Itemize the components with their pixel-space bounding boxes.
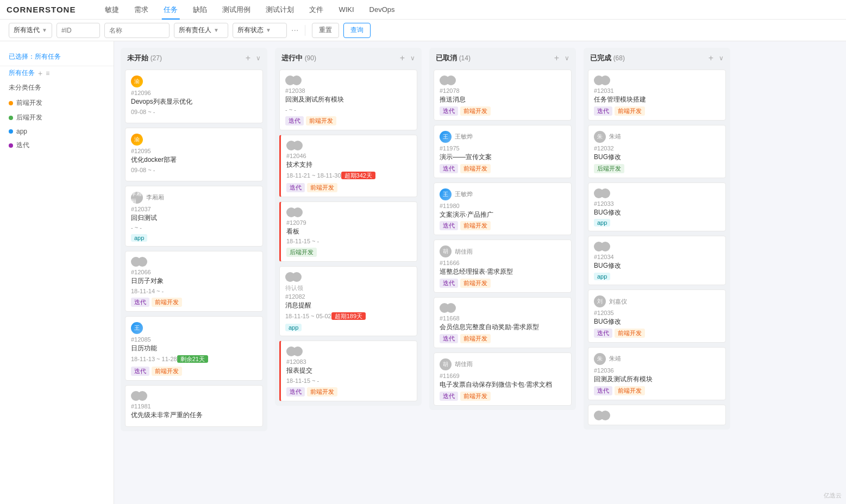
avatar: 王 [131,322,143,334]
card-placeholder[interactable] [588,405,726,425]
add-task-icon[interactable]: + [38,69,42,78]
card-#12037[interactable]: 李厢厢李厢厢 #12037 回归测试 - ~ - app [125,186,263,247]
more-icon[interactable]: ··· [291,26,298,35]
card-#12095[interactable]: 渝 #12095 优化docker部署 09-08 ~ - [125,128,263,181]
nav-item-WIKI[interactable]: WIKI [331,0,361,20]
card-#12096[interactable]: 渝 #12096 Devops列表显示优化 09-08 ~ - [125,70,263,123]
avatar-2 [600,75,610,85]
category-dot [9,143,13,148]
card-id: #11668 [440,315,566,322]
avatar-group [131,257,147,267]
column-add-btn-1[interactable]: + [398,53,407,63]
card-#11666[interactable]: 胡胡佳雨 #11666 巡整总经理报表·需求原型 迭代前端开发 [434,240,572,293]
card-#12034[interactable]: #12034 BUG修改 app [588,236,726,285]
reset-button[interactable]: 重置 [312,23,339,38]
card-#12035[interactable]: 刘刘嘉仪 #12035 BUG修改 迭代前端开发 [588,289,726,343]
card-tags: app [594,273,720,280]
card-#12085[interactable]: 王 #12085 日历功能 18-11-13 ~ 11-28剩余21天 迭代前端… [125,316,263,381]
card-tags: 迭代前端开发 [440,279,566,288]
card-#12066[interactable]: #12066 日历子对象 18-11-14 ~ - 迭代前端开发 [125,251,263,312]
column-collapse-btn-1[interactable]: ∨ [410,54,415,62]
iteration-select[interactable]: 所有迭代 ▼ [9,23,52,38]
card-id: #12095 [131,148,257,154]
list-icon[interactable]: ≡ [46,70,49,77]
column-collapse-btn-0[interactable]: ∨ [256,54,261,62]
avatar: 朱 [594,353,606,365]
card-top [285,75,411,85]
avatar-2 [137,391,147,401]
sidebar-category-迭代[interactable]: 迭代 [0,138,114,153]
card-#12033[interactable]: #12033 BUG修改 app [588,182,726,232]
nav-item-DevOps[interactable]: DevOps [362,0,403,20]
category-label: 前端开发 [16,98,42,108]
nav-item-文件[interactable]: 文件 [302,0,331,20]
unclassified-label: 未分类任务 [0,80,114,96]
category-label: 迭代 [16,141,29,150]
column-collapse-btn-3[interactable]: ∨ [719,54,724,62]
card-id: #12032 [594,145,720,152]
card-#12032[interactable]: 朱朱靖 #12032 BUG修改 后端开发 [588,125,726,178]
nav-item-测试用例[interactable]: 测试用例 [215,0,258,20]
sidebar-all-tasks-row[interactable]: 所有任务 + ≡ [0,66,114,80]
nav-item-敏捷[interactable]: 敏捷 [97,0,127,20]
column-header-2: 已取消 (14) + ∨ [429,48,576,67]
name-input[interactable] [104,23,170,38]
tag: 后端开发 [594,164,624,173]
card-id: #12035 [594,310,720,316]
card-#12079[interactable]: #12079 看板 18-11-15 ~ - 后端开发 [279,201,417,262]
card-#12078[interactable]: #12078 推送消息 迭代前端开发 [434,70,572,121]
card-#11981[interactable]: #11981 优先级未非常严重的任务 [125,385,263,427]
card-id: #12033 [594,200,720,207]
sidebar-category-后端开发[interactable]: 后端开发 [0,110,114,125]
sidebar-category-app[interactable]: app [0,125,114,138]
card-tags: 迭代前端开发 [594,106,720,116]
card-top [285,272,411,282]
tag: 迭代 [594,329,612,338]
sidebar-category-前端开发[interactable]: 前端开发 [0,96,114,110]
column-cards-3: #12031 任务管理模块搭建 迭代前端开发 朱朱靖 #12032 BUG修改 … [584,67,730,430]
column-collapse-btn-2[interactable]: ∨ [565,54,569,62]
card-#12038[interactable]: #12038 回测及测试所有模块 - ~ - 迭代前端开发 [279,70,417,130]
card-title: BUG修改 [594,317,720,326]
card-#12046[interactable]: #12046 技术支持 18-11-21 ~ 18-11-30超期342天 迭代… [279,135,417,197]
tag: 迭代 [131,298,149,307]
category-dot [9,101,13,105]
avatar-group [594,75,610,85]
card-title: BUG修改 [594,261,720,270]
column-count-3: (68) [613,54,625,62]
avatar: 胡 [440,358,452,370]
avatar: 刘 [594,295,606,307]
card-assignee-name: 朱靖 [609,355,621,363]
card-#11668[interactable]: #11668 会员信息完整度自动奖励·需求原型 迭代前端开发 [434,297,572,348]
status-select[interactable]: 所有状态 ▼ [233,23,287,38]
card-#11980[interactable]: 王王敏烨 #11980 文案演示·产品推广 迭代前端开发 [434,182,572,236]
tag: app [594,219,610,226]
card-date: - ~ - [131,224,257,231]
avatar: 胡 [440,245,452,257]
id-input[interactable] [57,23,100,38]
card-date: 18-11-15 ~ - [286,238,411,244]
card-tags: 后端开发 [594,164,720,173]
column-add-btn-0[interactable]: + [243,53,253,63]
nav-item-任务[interactable]: 任务 [156,0,185,20]
card-top: 朱朱靖 [594,353,720,365]
card-id: #12083 [286,358,411,365]
column-add-btn-3[interactable]: + [706,53,716,63]
column-add-btn-2[interactable]: + [552,53,561,63]
column-0: 未开始 (27) + ∨ 渝 #12096 Devops列表显示优化 09-08… [121,48,267,431]
card-tags: 迭代前端开发 [286,387,411,396]
column-title-3: 已完成 (68) [590,53,703,63]
query-button[interactable]: 查询 [343,23,371,38]
nav-item-缺陷[interactable]: 缺陷 [185,0,215,20]
column-header-0: 未开始 (27) + ∨ [121,48,267,67]
nav-item-测试计划[interactable]: 测试计划 [258,0,302,20]
card-#11669[interactable]: 胡胡佳雨 #11669 电子发票自动保存到微信卡包·需求文档 迭代前端开发 [434,352,572,406]
card-#12031[interactable]: #12031 任务管理模块搭建 迭代前端开发 [588,70,726,121]
card-title: 日历功能 [131,344,257,353]
card-#12083[interactable]: #12083 报表提交 18-11-15 ~ - 迭代前端开发 [279,341,417,401]
card-#12082[interactable]: 待认领 #12082 消息提醒 18-11-15 ~ 05-02超期189天 a… [279,266,417,336]
card-#12036[interactable]: 朱朱靖 #12036 回测及测试所有模块 迭代前端开发 [588,347,726,400]
nav-item-需求[interactable]: 需求 [127,0,156,20]
card-#11975[interactable]: 王王敏烨 #11975 演示——宣传文案 迭代前端开发 [434,125,572,178]
assignee-select[interactable]: 所有责任人 ▼ [174,23,228,38]
